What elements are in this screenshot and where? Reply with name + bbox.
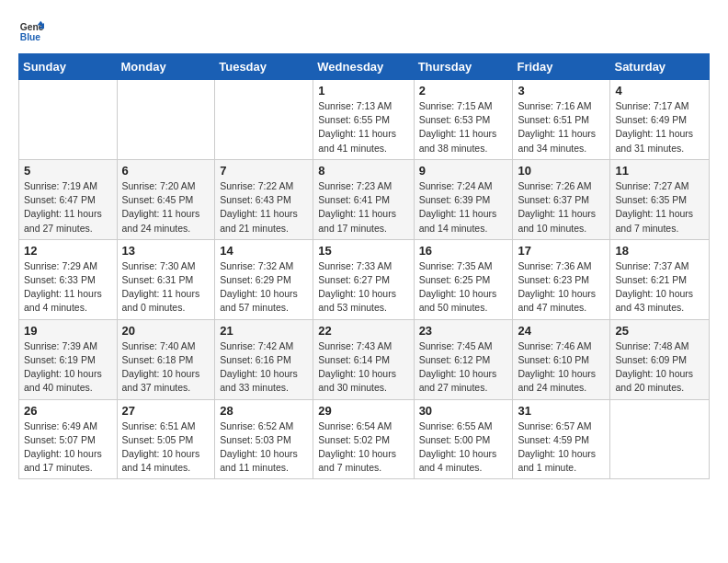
day-info: Sunrise: 7:33 AM Sunset: 6:27 PM Dayligh… bbox=[318, 259, 408, 316]
day-info: Sunrise: 7:29 AM Sunset: 6:33 PM Dayligh… bbox=[24, 259, 112, 316]
day-info: Sunrise: 7:42 AM Sunset: 6:16 PM Dayligh… bbox=[220, 339, 308, 396]
calendar-cell: 6Sunrise: 7:20 AM Sunset: 6:45 PM Daylig… bbox=[117, 159, 215, 239]
day-number: 17 bbox=[518, 244, 605, 258]
day-number: 5 bbox=[24, 164, 112, 178]
day-number: 25 bbox=[615, 324, 704, 338]
calendar-cell: 30Sunrise: 6:55 AM Sunset: 5:00 PM Dayli… bbox=[414, 399, 513, 479]
calendar-cell: 14Sunrise: 7:32 AM Sunset: 6:29 PM Dayli… bbox=[215, 239, 313, 319]
day-info: Sunrise: 7:40 AM Sunset: 6:18 PM Dayligh… bbox=[122, 339, 210, 396]
calendar-cell: 10Sunrise: 7:26 AM Sunset: 6:37 PM Dayli… bbox=[513, 159, 610, 239]
day-number: 15 bbox=[318, 244, 408, 258]
day-number: 27 bbox=[122, 404, 210, 418]
day-number: 6 bbox=[122, 164, 210, 178]
day-number: 3 bbox=[518, 84, 605, 98]
day-number: 21 bbox=[220, 324, 308, 338]
calendar-cell: 4Sunrise: 7:17 AM Sunset: 6:49 PM Daylig… bbox=[610, 80, 710, 160]
day-number: 22 bbox=[318, 324, 408, 338]
day-number: 9 bbox=[419, 164, 508, 178]
calendar-cell: 21Sunrise: 7:42 AM Sunset: 6:16 PM Dayli… bbox=[215, 319, 313, 399]
weekday-header-monday: Monday bbox=[117, 54, 215, 80]
day-info: Sunrise: 7:48 AM Sunset: 6:09 PM Dayligh… bbox=[615, 339, 704, 396]
day-info: Sunrise: 6:55 AM Sunset: 5:00 PM Dayligh… bbox=[419, 419, 508, 476]
calendar-cell: 27Sunrise: 6:51 AM Sunset: 5:05 PM Dayli… bbox=[117, 399, 215, 479]
calendar-cell: 8Sunrise: 7:23 AM Sunset: 6:41 PM Daylig… bbox=[313, 159, 414, 239]
calendar-cell: 29Sunrise: 6:54 AM Sunset: 5:02 PM Dayli… bbox=[313, 399, 414, 479]
day-number: 26 bbox=[24, 404, 112, 418]
day-info: Sunrise: 7:24 AM Sunset: 6:39 PM Dayligh… bbox=[419, 179, 508, 236]
calendar-week-row: 1Sunrise: 7:13 AM Sunset: 6:55 PM Daylig… bbox=[19, 80, 710, 160]
day-number: 30 bbox=[419, 404, 508, 418]
calendar-cell: 23Sunrise: 7:45 AM Sunset: 6:12 PM Dayli… bbox=[414, 319, 513, 399]
day-info: Sunrise: 7:32 AM Sunset: 6:29 PM Dayligh… bbox=[220, 259, 308, 316]
day-number: 19 bbox=[24, 324, 112, 338]
day-info: Sunrise: 7:27 AM Sunset: 6:35 PM Dayligh… bbox=[615, 179, 704, 236]
calendar-cell: 28Sunrise: 6:52 AM Sunset: 5:03 PM Dayli… bbox=[215, 399, 313, 479]
calendar-cell: 2Sunrise: 7:15 AM Sunset: 6:53 PM Daylig… bbox=[414, 80, 513, 160]
day-info: Sunrise: 7:23 AM Sunset: 6:41 PM Dayligh… bbox=[318, 179, 408, 236]
day-number: 18 bbox=[615, 244, 704, 258]
day-info: Sunrise: 7:15 AM Sunset: 6:53 PM Dayligh… bbox=[419, 99, 508, 155]
day-info: Sunrise: 7:13 AM Sunset: 6:55 PM Dayligh… bbox=[318, 99, 408, 155]
day-number: 24 bbox=[518, 324, 605, 338]
day-info: Sunrise: 6:51 AM Sunset: 5:05 PM Dayligh… bbox=[122, 419, 210, 476]
day-number: 31 bbox=[518, 404, 605, 418]
day-info: Sunrise: 7:30 AM Sunset: 6:31 PM Dayligh… bbox=[122, 259, 210, 316]
day-info: Sunrise: 7:16 AM Sunset: 6:51 PM Dayligh… bbox=[518, 99, 605, 155]
calendar-cell: 12Sunrise: 7:29 AM Sunset: 6:33 PM Dayli… bbox=[19, 239, 118, 319]
day-number: 11 bbox=[615, 164, 704, 178]
weekday-header-friday: Friday bbox=[513, 54, 610, 80]
day-info: Sunrise: 7:20 AM Sunset: 6:45 PM Dayligh… bbox=[122, 179, 210, 236]
calendar-cell: 13Sunrise: 7:30 AM Sunset: 6:31 PM Dayli… bbox=[117, 239, 215, 319]
weekday-header-wednesday: Wednesday bbox=[313, 54, 414, 80]
weekday-header-saturday: Saturday bbox=[610, 54, 710, 80]
logo-icon: General Blue bbox=[18, 18, 44, 44]
logo: General Blue bbox=[18, 18, 48, 44]
calendar-cell bbox=[215, 80, 313, 160]
calendar-week-row: 19Sunrise: 7:39 AM Sunset: 6:19 PM Dayli… bbox=[19, 319, 710, 399]
calendar-cell: 22Sunrise: 7:43 AM Sunset: 6:14 PM Dayli… bbox=[313, 319, 414, 399]
day-number: 29 bbox=[318, 404, 408, 418]
calendar-cell: 19Sunrise: 7:39 AM Sunset: 6:19 PM Dayli… bbox=[19, 319, 118, 399]
day-number: 13 bbox=[122, 244, 210, 258]
calendar-cell: 9Sunrise: 7:24 AM Sunset: 6:39 PM Daylig… bbox=[414, 159, 513, 239]
calendar-cell: 3Sunrise: 7:16 AM Sunset: 6:51 PM Daylig… bbox=[513, 80, 610, 160]
calendar-cell: 24Sunrise: 7:46 AM Sunset: 6:10 PM Dayli… bbox=[513, 319, 610, 399]
calendar-cell: 31Sunrise: 6:57 AM Sunset: 4:59 PM Dayli… bbox=[513, 399, 610, 479]
calendar-cell: 1Sunrise: 7:13 AM Sunset: 6:55 PM Daylig… bbox=[313, 80, 414, 160]
day-number: 10 bbox=[518, 164, 605, 178]
day-number: 4 bbox=[615, 84, 704, 98]
calendar-cell: 20Sunrise: 7:40 AM Sunset: 6:18 PM Dayli… bbox=[117, 319, 215, 399]
day-info: Sunrise: 7:22 AM Sunset: 6:43 PM Dayligh… bbox=[220, 179, 308, 236]
day-number: 7 bbox=[220, 164, 308, 178]
calendar-cell: 26Sunrise: 6:49 AM Sunset: 5:07 PM Dayli… bbox=[19, 399, 118, 479]
day-number: 28 bbox=[220, 404, 308, 418]
page-header: General Blue bbox=[18, 18, 710, 44]
weekday-header-thursday: Thursday bbox=[414, 54, 513, 80]
svg-text:Blue: Blue bbox=[20, 32, 41, 42]
day-number: 14 bbox=[220, 244, 308, 258]
calendar-week-row: 5Sunrise: 7:19 AM Sunset: 6:47 PM Daylig… bbox=[19, 159, 710, 239]
day-info: Sunrise: 7:17 AM Sunset: 6:49 PM Dayligh… bbox=[615, 99, 704, 155]
calendar-cell bbox=[117, 80, 215, 160]
calendar-cell: 18Sunrise: 7:37 AM Sunset: 6:21 PM Dayli… bbox=[610, 239, 710, 319]
day-info: Sunrise: 6:52 AM Sunset: 5:03 PM Dayligh… bbox=[220, 419, 308, 476]
day-info: Sunrise: 7:37 AM Sunset: 6:21 PM Dayligh… bbox=[615, 259, 704, 316]
calendar-week-row: 12Sunrise: 7:29 AM Sunset: 6:33 PM Dayli… bbox=[19, 239, 710, 319]
day-info: Sunrise: 7:45 AM Sunset: 6:12 PM Dayligh… bbox=[419, 339, 508, 396]
calendar-cell: 17Sunrise: 7:36 AM Sunset: 6:23 PM Dayli… bbox=[513, 239, 610, 319]
day-number: 1 bbox=[318, 84, 408, 98]
day-info: Sunrise: 7:35 AM Sunset: 6:25 PM Dayligh… bbox=[419, 259, 508, 316]
day-info: Sunrise: 6:54 AM Sunset: 5:02 PM Dayligh… bbox=[318, 419, 408, 476]
calendar-table: SundayMondayTuesdayWednesdayThursdayFrid… bbox=[18, 53, 710, 479]
day-info: Sunrise: 7:26 AM Sunset: 6:37 PM Dayligh… bbox=[518, 179, 605, 236]
day-number: 8 bbox=[318, 164, 408, 178]
day-number: 20 bbox=[122, 324, 210, 338]
day-info: Sunrise: 6:57 AM Sunset: 4:59 PM Dayligh… bbox=[518, 419, 605, 476]
calendar-cell: 5Sunrise: 7:19 AM Sunset: 6:47 PM Daylig… bbox=[19, 159, 118, 239]
day-info: Sunrise: 7:46 AM Sunset: 6:10 PM Dayligh… bbox=[518, 339, 605, 396]
day-number: 12 bbox=[24, 244, 112, 258]
calendar-cell: 11Sunrise: 7:27 AM Sunset: 6:35 PM Dayli… bbox=[610, 159, 710, 239]
day-info: Sunrise: 7:39 AM Sunset: 6:19 PM Dayligh… bbox=[24, 339, 112, 396]
day-info: Sunrise: 7:36 AM Sunset: 6:23 PM Dayligh… bbox=[518, 259, 605, 316]
weekday-header-row: SundayMondayTuesdayWednesdayThursdayFrid… bbox=[19, 54, 710, 80]
